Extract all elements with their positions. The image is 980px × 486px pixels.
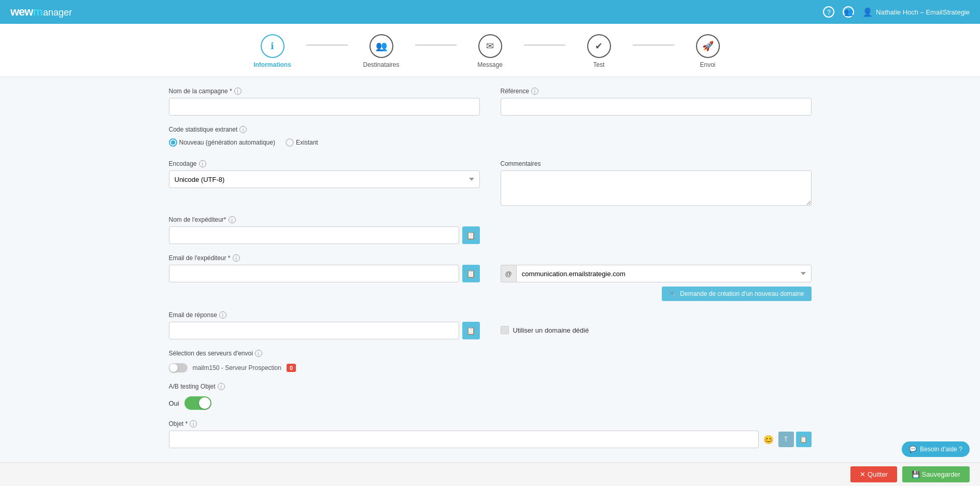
- reply-email-input[interactable]: [169, 322, 459, 339]
- step-label-informations: Informations: [253, 61, 291, 68]
- emoji-btn[interactable]: 😊: [761, 432, 776, 447]
- step-test[interactable]: ✔ Test: [565, 34, 633, 68]
- user-info[interactable]: 👤 Nathalie Hoch – EmailStrategie: [862, 7, 970, 17]
- step-circle-envoi: 🚀: [696, 34, 720, 58]
- ab-right-placeholder: [501, 383, 812, 410]
- quit-label: ✕ Quitter: [860, 470, 888, 478]
- help-circle-icon[interactable]: ?: [823, 6, 834, 18]
- address-book-reply-icon: 📋: [466, 326, 475, 335]
- dedicated-domain-checkbox[interactable]: [501, 326, 509, 334]
- dedicated-domain-row: Utiliser un domaine dédié: [501, 326, 812, 334]
- dedicated-domain-label: Utiliser un domaine dédié: [513, 326, 589, 334]
- address-book-icon: 📋: [466, 231, 475, 239]
- group-server: Sélection des serveurs d'envoi i mailm15…: [169, 350, 480, 373]
- row-reply-email: Email de réponse i 📋 Utiliser un domaine…: [169, 311, 812, 339]
- user-name: Nathalie Hoch – EmailStrategie: [876, 8, 970, 16]
- ab-testing-value: Oui: [169, 399, 179, 407]
- reference-label: Référence i: [501, 88, 812, 95]
- connector-3: [524, 45, 565, 46]
- connector-4: [633, 45, 674, 46]
- server-info-icon[interactable]: i: [255, 350, 262, 357]
- group-comments: Commentaires: [501, 160, 812, 206]
- row-campaign-reference: Nom de la campagne * i Référence i: [169, 88, 812, 116]
- encoding-info-icon[interactable]: i: [199, 160, 206, 167]
- group-domain: Domain @ communication.emailstrategie.co…: [501, 254, 812, 301]
- row-ab-testing: A/B testing Objet i Oui: [169, 383, 812, 410]
- sender-email-input-row: 📋: [169, 265, 480, 282]
- radio-new-inner: [171, 140, 175, 145]
- reference-input[interactable]: [501, 98, 812, 116]
- sender-name-input[interactable]: [169, 226, 459, 244]
- radio-new[interactable]: Nouveau (génération automatique): [169, 138, 275, 147]
- address-book-email-icon: 📋: [466, 269, 475, 278]
- objet-input[interactable]: [169, 431, 759, 448]
- ab-toggle-knob: [199, 397, 210, 409]
- reply-email-input-row: 📋: [169, 322, 480, 339]
- objet-label: Objet * i: [169, 420, 812, 427]
- radio-existing[interactable]: Existant: [286, 138, 318, 147]
- domain-select[interactable]: communication.emailstrategie.com: [516, 265, 812, 282]
- campaign-name-input[interactable]: [169, 98, 480, 116]
- users-icon[interactable]: 👥: [843, 6, 854, 18]
- step-label-envoi: Envoi: [700, 61, 715, 68]
- step-destinataires[interactable]: 👥 Destinataires: [348, 34, 415, 68]
- destinataires-icon: 👥: [376, 40, 387, 52]
- step-informations[interactable]: ℹ Informations: [239, 34, 306, 68]
- chat-icon: 💬: [909, 446, 917, 453]
- quit-button[interactable]: ✕ Quitter: [850, 466, 897, 482]
- sender-email-info-icon[interactable]: i: [233, 254, 240, 262]
- reply-email-info-icon[interactable]: i: [219, 311, 226, 319]
- step-circle-informations: ℹ: [261, 34, 285, 58]
- ab-toggle[interactable]: [184, 396, 211, 410]
- sender-name-input-row: 📋: [169, 226, 480, 244]
- create-domain-btn[interactable]: 🔧 Demande de création d'un nouveau domai…: [662, 287, 811, 301]
- reply-email-btn[interactable]: 📋: [462, 322, 480, 339]
- sender-email-input[interactable]: [169, 265, 459, 282]
- ab-testing-info-icon[interactable]: i: [218, 383, 225, 390]
- connector-2: [415, 45, 457, 46]
- row-encoding-comments: Encodage i Unicode (UTF-8) ISO-8859-1 Co…: [169, 160, 812, 206]
- group-sender-name: Nom de l'expéditeur* i 📋: [169, 216, 480, 244]
- sender-email-btn[interactable]: 📋: [462, 265, 480, 282]
- step-envoi[interactable]: 🚀 Envoi: [674, 34, 742, 68]
- comments-textarea[interactable]: [501, 170, 812, 206]
- step-label-message: Message: [477, 61, 503, 68]
- group-stat-code: Code statistique extranet i Nouveau (gén…: [169, 126, 480, 150]
- logo: wew m anager: [10, 5, 72, 19]
- help-chat-btn[interactable]: 💬 Besoin d'aide ?: [902, 441, 970, 457]
- server-row: mailm150 - Serveur Prospection 0: [169, 363, 480, 373]
- group-placeholder-right: [501, 126, 812, 150]
- ab-row: Oui: [169, 396, 480, 410]
- group-dedicated-domain: Utiliser un domaine dédié: [501, 311, 812, 339]
- server-toggle[interactable]: [169, 363, 188, 373]
- main-content: Nom de la campagne * i Référence i Code …: [127, 77, 853, 486]
- objet-info-icon[interactable]: i: [190, 420, 197, 427]
- objet-tool-btn-2[interactable]: 📋: [796, 432, 812, 447]
- encoding-label: Encodage i: [169, 160, 480, 167]
- footer-bar: ✕ Quitter 💾 Sauvegarder: [0, 462, 980, 486]
- group-sender-name-right-placeholder: [501, 216, 812, 244]
- server-badge: 0: [287, 364, 296, 372]
- domain-row: @ communication.emailstrategie.com: [501, 265, 812, 282]
- check-icon: ✔: [595, 40, 603, 52]
- stat-code-info-icon[interactable]: i: [239, 126, 247, 133]
- step-circle-test: ✔: [587, 34, 611, 58]
- server-label: Sélection des serveurs d'envoi i: [169, 350, 480, 357]
- save-label: 💾 Sauvegarder: [912, 470, 960, 478]
- header: wew m anager ? 👥 👤 Nathalie Hoch – Email…: [0, 0, 980, 24]
- encoding-select[interactable]: Unicode (UTF-8) ISO-8859-1: [169, 170, 480, 188]
- connector-1: [306, 45, 348, 46]
- reference-info-icon[interactable]: i: [531, 88, 538, 95]
- logo-m: m: [33, 5, 43, 19]
- objet-tool-btn-1[interactable]: T: [778, 432, 794, 447]
- save-button[interactable]: 💾 Sauvegarder: [902, 466, 970, 482]
- sender-name-info-icon[interactable]: i: [229, 216, 236, 223]
- objet-input-row: 😊 T 📋: [169, 431, 812, 448]
- campaign-name-info-icon[interactable]: i: [234, 88, 242, 95]
- server-toggle-knob: [169, 364, 178, 372]
- comments-label: Commentaires: [501, 160, 812, 167]
- rocket-icon: 🚀: [702, 40, 714, 52]
- step-message[interactable]: ✉ Message: [457, 34, 524, 68]
- group-objet: Objet * i 😊 T 📋: [169, 420, 812, 448]
- sender-name-btn[interactable]: 📋: [462, 226, 480, 244]
